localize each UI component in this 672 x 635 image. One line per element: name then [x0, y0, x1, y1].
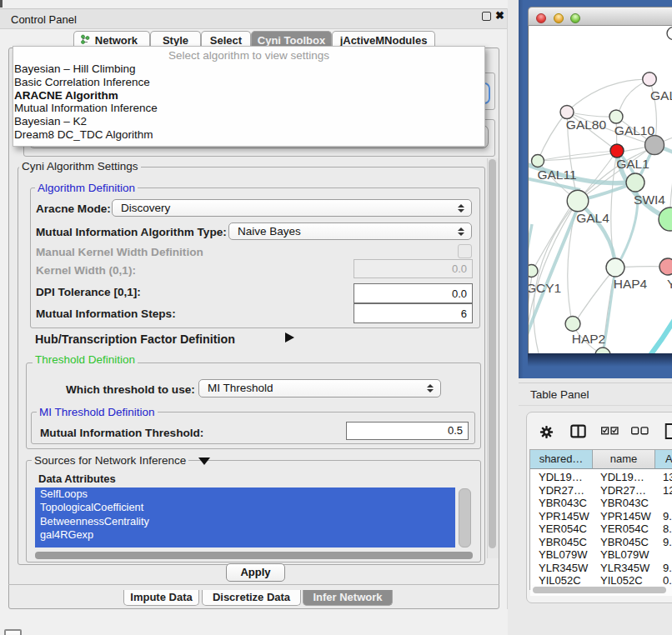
svg-text:GCY1: GCY1 [528, 281, 561, 295]
svg-text:GAL1: GAL1 [616, 157, 649, 171]
svg-text:GAL10: GAL10 [614, 123, 655, 138]
svg-text:GAL80: GAL80 [566, 118, 607, 132]
svg-text:GAL7: GAL7 [650, 88, 672, 102]
svg-text:GAL4: GAL4 [576, 211, 609, 225]
svg-text:SWI4: SWI4 [634, 192, 665, 207]
svg-text:HAP2: HAP2 [572, 332, 606, 346]
svg-text:GAL11: GAL11 [537, 168, 576, 182]
svg-text:Y: Y [667, 277, 672, 291]
svg-text:HAP4: HAP4 [614, 277, 648, 291]
